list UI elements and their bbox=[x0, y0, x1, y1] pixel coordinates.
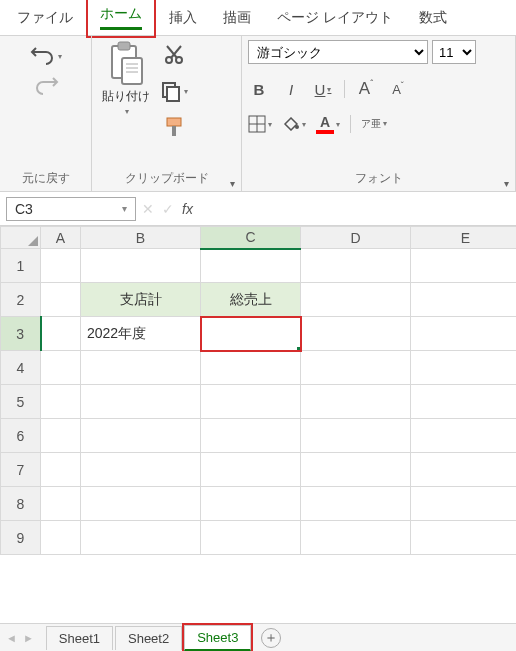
menu-tab-draw[interactable]: 描画 bbox=[210, 2, 264, 34]
cell[interactable] bbox=[81, 351, 201, 385]
chevron-down-icon: ▾ bbox=[58, 52, 62, 61]
font-name-select[interactable]: 游ゴシック bbox=[248, 40, 428, 64]
column-header-b[interactable]: B bbox=[81, 227, 201, 249]
fx-icon[interactable]: fx bbox=[182, 201, 193, 217]
paste-button[interactable]: 貼り付け ▾ bbox=[98, 40, 154, 116]
row-header-2[interactable]: 2 bbox=[1, 283, 41, 317]
cell[interactable]: 総売上 bbox=[201, 283, 301, 317]
menu-tab-pagelayout[interactable]: ページ レイアウト bbox=[264, 2, 406, 34]
cell[interactable] bbox=[411, 487, 517, 521]
phonetic-button[interactable]: ア亜▾ bbox=[361, 119, 387, 129]
cell[interactable] bbox=[411, 521, 517, 555]
row-header-4[interactable]: 4 bbox=[1, 351, 41, 385]
cell[interactable] bbox=[41, 249, 81, 283]
italic-button[interactable]: I bbox=[280, 78, 302, 100]
name-box[interactable]: C3 ▾ bbox=[6, 197, 136, 221]
row-header-5[interactable]: 5 bbox=[1, 385, 41, 419]
dialog-launcher-icon[interactable]: ▾ bbox=[230, 178, 235, 189]
cell[interactable] bbox=[301, 249, 411, 283]
format-painter-button[interactable] bbox=[163, 116, 185, 138]
cell[interactable] bbox=[81, 453, 201, 487]
cell-selected[interactable] bbox=[201, 317, 301, 351]
cell[interactable] bbox=[41, 351, 81, 385]
column-header-c[interactable]: C bbox=[201, 227, 301, 249]
cell[interactable] bbox=[411, 453, 517, 487]
column-header-a[interactable]: A bbox=[41, 227, 81, 249]
borders-button[interactable]: ▾ bbox=[248, 115, 272, 133]
dialog-launcher-icon[interactable]: ▾ bbox=[504, 178, 509, 189]
cell[interactable] bbox=[201, 453, 301, 487]
cell[interactable] bbox=[81, 385, 201, 419]
column-header-e[interactable]: E bbox=[411, 227, 517, 249]
select-all-corner[interactable] bbox=[1, 227, 41, 249]
sheet-nav-next[interactable]: ► bbox=[23, 632, 34, 644]
cell[interactable] bbox=[41, 419, 81, 453]
cell[interactable] bbox=[81, 249, 201, 283]
row-header-6[interactable]: 6 bbox=[1, 419, 41, 453]
cell[interactable] bbox=[41, 487, 81, 521]
cell[interactable] bbox=[41, 521, 81, 555]
cell[interactable] bbox=[41, 385, 81, 419]
confirm-formula-button[interactable]: ✓ bbox=[162, 201, 174, 217]
font-color-button[interactable]: A ▾ bbox=[316, 114, 340, 134]
cell[interactable] bbox=[41, 283, 81, 317]
cell[interactable] bbox=[301, 385, 411, 419]
redo-button[interactable] bbox=[33, 76, 59, 96]
add-sheet-button[interactable]: ＋ bbox=[261, 628, 281, 648]
row-header-1[interactable]: 1 bbox=[1, 249, 41, 283]
cell[interactable] bbox=[301, 487, 411, 521]
column-header-d[interactable]: D bbox=[301, 227, 411, 249]
cell[interactable] bbox=[201, 249, 301, 283]
row-header-3[interactable]: 3 bbox=[1, 317, 41, 351]
cell[interactable] bbox=[301, 419, 411, 453]
cell[interactable] bbox=[81, 419, 201, 453]
row-header-8[interactable]: 8 bbox=[1, 487, 41, 521]
cell[interactable] bbox=[411, 283, 517, 317]
cell[interactable] bbox=[201, 521, 301, 555]
cell[interactable] bbox=[301, 351, 411, 385]
menu-tab-formulas[interactable]: 数式 bbox=[406, 2, 460, 34]
row-header-7[interactable]: 7 bbox=[1, 453, 41, 487]
cell[interactable] bbox=[411, 317, 517, 351]
copy-button[interactable]: ▾ bbox=[160, 80, 188, 102]
sheet-tab-3[interactable]: Sheet3 bbox=[184, 625, 251, 651]
menu-tab-insert[interactable]: 挿入 bbox=[156, 2, 210, 34]
cell[interactable] bbox=[41, 453, 81, 487]
cell[interactable] bbox=[411, 249, 517, 283]
sheet-tab-2[interactable]: Sheet2 bbox=[115, 626, 182, 650]
font-size-select[interactable]: 11 bbox=[432, 40, 476, 64]
cell[interactable] bbox=[411, 351, 517, 385]
chevron-down-icon: ▾ bbox=[302, 120, 306, 129]
underline-button[interactable]: U▾ bbox=[312, 78, 334, 100]
shrink-font-button[interactable]: Aˇ bbox=[387, 78, 409, 100]
cell[interactable] bbox=[301, 283, 411, 317]
grow-font-button[interactable]: Aˆ bbox=[355, 78, 377, 100]
formula-input[interactable] bbox=[199, 197, 516, 221]
undo-button[interactable]: ▾ bbox=[30, 46, 62, 66]
cell[interactable] bbox=[301, 317, 411, 351]
cell[interactable] bbox=[301, 453, 411, 487]
cell[interactable] bbox=[201, 487, 301, 521]
fill-color-button[interactable]: ▾ bbox=[282, 117, 306, 131]
cell[interactable] bbox=[201, 385, 301, 419]
cell[interactable] bbox=[81, 487, 201, 521]
cell[interactable] bbox=[301, 521, 411, 555]
menu-tab-home[interactable]: ホーム bbox=[86, 0, 156, 38]
cut-button[interactable] bbox=[163, 44, 185, 66]
cell[interactable] bbox=[41, 317, 81, 351]
bold-button[interactable]: B bbox=[248, 78, 270, 100]
svg-rect-2 bbox=[122, 58, 142, 84]
menu-tab-file[interactable]: ファイル bbox=[4, 2, 86, 34]
chevron-down-icon: ▾ bbox=[336, 120, 340, 129]
cancel-formula-button[interactable]: ✕ bbox=[142, 201, 154, 217]
cell[interactable] bbox=[201, 351, 301, 385]
cell[interactable]: 2022年度 bbox=[81, 317, 201, 351]
sheet-nav-prev[interactable]: ◄ bbox=[6, 632, 17, 644]
cell[interactable] bbox=[411, 385, 517, 419]
cell[interactable] bbox=[81, 521, 201, 555]
cell[interactable]: 支店計 bbox=[81, 283, 201, 317]
sheet-tab-1[interactable]: Sheet1 bbox=[46, 626, 113, 650]
cell[interactable] bbox=[201, 419, 301, 453]
cell[interactable] bbox=[411, 419, 517, 453]
row-header-9[interactable]: 9 bbox=[1, 521, 41, 555]
